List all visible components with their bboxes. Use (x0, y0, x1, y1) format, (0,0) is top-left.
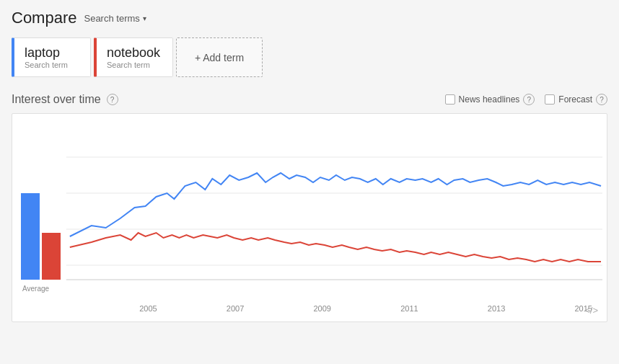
line-chart (12, 121, 607, 301)
x-label-2011: 2011 (400, 304, 418, 313)
forecast-checkbox[interactable] (545, 94, 555, 105)
interest-section-header: Interest over time ? News headlines ? Fo… (0, 86, 619, 110)
term-card-notebook[interactable]: notebook Search term (94, 37, 173, 77)
x-label-2013: 2013 (488, 304, 505, 313)
add-term-label: + Add term (195, 52, 244, 63)
chart-container: Average 2005 2007 2009 2011 2013 2015 </… (12, 113, 607, 322)
x-label-2007: 2007 (227, 304, 244, 313)
chart-area: Average (12, 121, 607, 301)
news-headlines-label: News headlines (459, 94, 520, 105)
term-card-laptop[interactable]: laptop Search term (12, 37, 91, 77)
section-title-area: Interest over time ? (12, 93, 118, 106)
forecast-help-icon[interactable]: ? (596, 94, 607, 105)
x-label-2005: 2005 (139, 304, 157, 313)
forecast-control[interactable]: Forecast ? (545, 94, 607, 105)
section-controls: News headlines ? Forecast ? (445, 94, 607, 105)
term-type-laptop: Search term (25, 61, 80, 69)
compare-header: Compare Search terms ▾ (0, 0, 619, 33)
chevron-down-icon: ▾ (143, 14, 146, 22)
interest-title: Interest over time (12, 93, 101, 106)
term-type-notebook: Search term (107, 61, 162, 69)
x-label-2009: 2009 (313, 304, 330, 313)
forecast-label: Forecast (558, 94, 592, 105)
embed-icon[interactable]: </> (584, 305, 598, 316)
page-title: Compare (12, 9, 76, 27)
dropdown-label: Search terms (84, 13, 139, 24)
add-term-button[interactable]: + Add term (176, 37, 263, 77)
term-name-notebook: notebook (107, 45, 162, 61)
terms-row: laptop Search term notebook Search term … (0, 33, 619, 86)
x-axis: 2005 2007 2009 2011 2013 2015 (12, 301, 607, 317)
news-headlines-checkbox[interactable] (445, 94, 455, 105)
news-headlines-help-icon[interactable]: ? (523, 94, 535, 105)
term-name-laptop: laptop (25, 45, 80, 61)
news-headlines-control[interactable]: News headlines ? (445, 94, 535, 105)
search-terms-dropdown[interactable]: Search terms ▾ (84, 13, 146, 24)
interest-help-icon[interactable]: ? (107, 94, 118, 105)
